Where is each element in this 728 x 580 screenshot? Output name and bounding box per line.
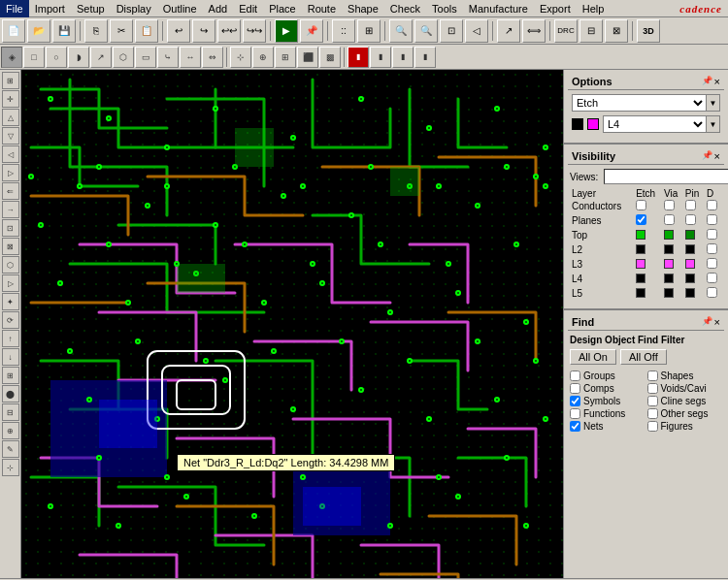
layer1-button[interactable]: ▮: [347, 47, 369, 68]
l3-d-check[interactable]: [707, 258, 717, 269]
side-btn-6[interactable]: ▷: [2, 164, 19, 181]
etch-dropdown-arrow[interactable]: ▼: [706, 95, 719, 111]
menu-shape[interactable]: Shape: [342, 0, 384, 17]
3d-button[interactable]: 3D: [637, 19, 660, 43]
pin-button[interactable]: 📌: [300, 19, 323, 43]
snap5-button[interactable]: ▩: [319, 47, 341, 68]
side-btn-16[interactable]: ↓: [2, 348, 19, 366]
select-button[interactable]: ◈: [1, 47, 22, 68]
comps-check[interactable]: [570, 383, 580, 394]
layer4-button[interactable]: ▮: [414, 47, 436, 68]
side-btn-13[interactable]: ✦: [2, 293, 19, 310]
pcb-canvas-area[interactable]: Net "Ddr3_R_Ld:Dq2" Length: 34.4298 MM: [21, 70, 563, 578]
shape1-button[interactable]: ⬡: [113, 47, 134, 68]
shapes-check[interactable]: [647, 371, 658, 381]
menu-setup[interactable]: Setup: [71, 0, 111, 17]
layer2-button[interactable]: ▮: [370, 47, 391, 68]
othersegs-check[interactable]: [647, 408, 658, 419]
paste-button[interactable]: 📋: [135, 19, 158, 43]
drc-button[interactable]: DRC: [554, 19, 578, 43]
l4-d-check[interactable]: [707, 273, 717, 283]
snap2-button[interactable]: ⊕: [252, 47, 274, 68]
new-button[interactable]: 📄: [2, 19, 25, 43]
shape4-button[interactable]: ↔: [180, 47, 201, 68]
side-btn-2[interactable]: ✛: [2, 90, 19, 108]
redo-button[interactable]: ↪: [192, 19, 215, 43]
all-on-button[interactable]: All On: [570, 349, 616, 365]
side-btn-19[interactable]: ⊟: [2, 403, 19, 421]
layer3-button[interactable]: ▮: [392, 47, 414, 68]
zoom-fit-button[interactable]: ⊡: [440, 19, 463, 43]
side-btn-21[interactable]: ✎: [2, 440, 19, 458]
top-d-check[interactable]: [707, 229, 717, 240]
check-button[interactable]: ⊟: [579, 19, 603, 43]
shape5-button[interactable]: ⇔: [202, 47, 223, 68]
cond-d-check[interactable]: [707, 200, 717, 210]
snap1-button[interactable]: ⊹: [230, 47, 251, 68]
cut-button[interactable]: ✂: [110, 19, 133, 43]
menu-manufacture[interactable]: Manufacture: [463, 0, 534, 17]
zoom-prev-button[interactable]: ◁: [465, 19, 488, 43]
side-btn-1[interactable]: ⊞: [2, 72, 19, 89]
route-shape-button[interactable]: ⤷: [157, 47, 179, 68]
redo2-button[interactable]: ↪↪: [243, 19, 266, 43]
cond-etch-check[interactable]: [636, 200, 646, 210]
side-btn-8[interactable]: →: [2, 201, 19, 218]
planes-etch-check[interactable]: [636, 214, 646, 225]
cline-check[interactable]: [647, 396, 658, 406]
route-button[interactable]: ↗: [497, 19, 520, 43]
arrow-button[interactable]: ↗: [90, 47, 112, 68]
undo2-button[interactable]: ↩↩: [217, 19, 241, 43]
etch-select[interactable]: Etch: [573, 95, 706, 111]
side-btn-15[interactable]: ↑: [2, 330, 19, 347]
undo-button[interactable]: ↩: [167, 19, 190, 43]
side-btn-10[interactable]: ⊠: [2, 238, 19, 255]
side-btn-5[interactable]: ◁: [2, 145, 19, 163]
menu-tools[interactable]: Tools: [426, 0, 463, 17]
route2-button[interactable]: ⟺: [522, 19, 546, 43]
planes-d-check[interactable]: [707, 214, 717, 225]
zoom-out-button[interactable]: 🔍: [414, 19, 438, 43]
cond-via-check[interactable]: [664, 200, 675, 210]
menu-outline[interactable]: Outline: [157, 0, 203, 17]
menu-display[interactable]: Display: [111, 0, 157, 17]
options-pin-btn[interactable]: 📌: [702, 76, 712, 87]
side-btn-20[interactable]: ⊕: [2, 422, 19, 439]
box-button[interactable]: □: [23, 47, 45, 68]
views-input[interactable]: [604, 169, 728, 184]
side-btn-17[interactable]: ⊞: [2, 367, 19, 384]
grid-button[interactable]: ::: [332, 19, 355, 43]
groups-check[interactable]: [570, 371, 580, 381]
snap4-button[interactable]: ⬛: [297, 47, 318, 68]
side-btn-4[interactable]: ▽: [2, 127, 19, 145]
planes-pin-check[interactable]: [685, 214, 696, 225]
layer-dropdown-arrow[interactable]: ▼: [706, 116, 719, 132]
menu-file[interactable]: File: [0, 0, 29, 17]
copy-button[interactable]: ⎘: [84, 19, 108, 43]
menu-add[interactable]: Add: [203, 0, 234, 17]
grid2-button[interactable]: ⊞: [357, 19, 381, 43]
nets-check[interactable]: [570, 421, 580, 432]
menu-route[interactable]: Route: [302, 0, 342, 17]
side-btn-11[interactable]: ⬡: [2, 256, 19, 274]
menu-check[interactable]: Check: [384, 0, 426, 17]
menu-help[interactable]: Help: [577, 0, 611, 17]
l5-d-check[interactable]: [707, 287, 717, 298]
open-button[interactable]: 📂: [27, 19, 50, 43]
circle-button[interactable]: ○: [46, 47, 67, 68]
zoom-in-button[interactable]: 🔍: [389, 19, 413, 43]
layer-select[interactable]: L4 Top L2 L3 L5: [604, 116, 706, 132]
menu-place[interactable]: Place: [263, 0, 302, 17]
menu-import[interactable]: Import: [29, 0, 71, 17]
arc-button[interactable]: ◗: [68, 47, 89, 68]
voids-check[interactable]: [647, 383, 658, 394]
side-btn-18[interactable]: ⬤: [2, 385, 19, 403]
side-btn-9[interactable]: ⊡: [2, 219, 19, 237]
side-btn-7[interactable]: ⇐: [2, 182, 19, 200]
snap3-button[interactable]: ⊞: [275, 47, 296, 68]
pcb-canvas[interactable]: [21, 70, 563, 578]
move-button[interactable]: ▶: [275, 19, 298, 43]
menu-edit[interactable]: Edit: [233, 0, 263, 17]
side-btn-12[interactable]: ▷: [2, 274, 19, 292]
side-btn-3[interactable]: △: [2, 109, 19, 126]
